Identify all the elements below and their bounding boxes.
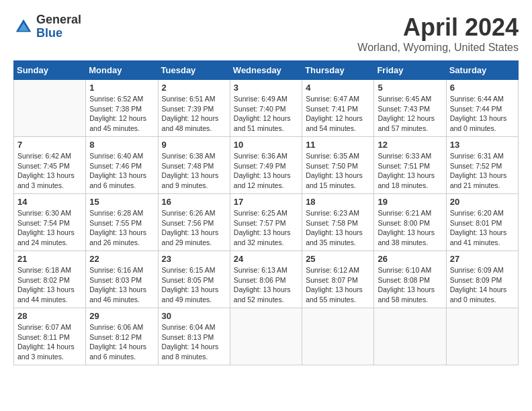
day-info: Sunrise: 6:13 AMSunset: 8:06 PMDaylight:…: [234, 265, 298, 305]
day-info: Sunrise: 6:06 AMSunset: 8:12 PMDaylight:…: [89, 322, 154, 362]
day-number: 23: [162, 254, 226, 264]
calendar-cell: 10Sunrise: 6:36 AMSunset: 7:49 PMDayligh…: [230, 137, 302, 194]
day-number: 5: [378, 83, 442, 93]
calendar-cell: 28Sunrise: 6:07 AMSunset: 8:11 PMDayligh…: [14, 308, 86, 365]
calendar-cell: 3Sunrise: 6:49 AMSunset: 7:40 PMDaylight…: [230, 80, 302, 137]
logo-general: General: [36, 13, 81, 27]
day-info: Sunrise: 6:42 AMSunset: 7:45 PMDaylight:…: [17, 151, 82, 191]
day-number: 7: [17, 140, 82, 150]
day-info: Sunrise: 6:47 AMSunset: 7:41 PMDaylight:…: [306, 94, 370, 134]
day-number: 10: [234, 140, 298, 150]
calendar-cell: 2Sunrise: 6:51 AMSunset: 7:39 PMDaylight…: [158, 80, 230, 137]
calendar-cell: [14, 80, 86, 137]
day-number: 17: [234, 197, 298, 207]
day-number: 21: [17, 254, 82, 264]
calendar-cell: 23Sunrise: 6:15 AMSunset: 8:05 PMDayligh…: [158, 251, 230, 308]
day-info: Sunrise: 6:18 AMSunset: 8:02 PMDaylight:…: [17, 265, 82, 305]
day-number: 9: [162, 140, 226, 150]
day-number: 18: [306, 197, 370, 207]
day-of-week-header: Wednesday: [230, 61, 302, 80]
calendar-cell: 20Sunrise: 6:20 AMSunset: 8:01 PMDayligh…: [446, 194, 518, 251]
logo-text: General Blue: [36, 13, 81, 40]
day-number: 1: [89, 83, 154, 93]
subtitle: Worland, Wyoming, United States: [357, 42, 519, 54]
day-number: 30: [162, 311, 226, 321]
day-info: Sunrise: 6:26 AMSunset: 7:56 PMDaylight:…: [162, 208, 226, 248]
calendar-cell: 15Sunrise: 6:28 AMSunset: 7:55 PMDayligh…: [86, 194, 158, 251]
day-info: Sunrise: 6:07 AMSunset: 8:11 PMDaylight:…: [17, 322, 82, 362]
day-number: 26: [378, 254, 442, 264]
calendar-cell: [302, 308, 374, 365]
day-info: Sunrise: 6:23 AMSunset: 7:58 PMDaylight:…: [306, 208, 370, 248]
title-block: April 2024 Worland, Wyoming, United Stat…: [357, 13, 519, 54]
day-number: 2: [162, 83, 226, 93]
day-number: 22: [89, 254, 154, 264]
calendar-cell: 16Sunrise: 6:26 AMSunset: 7:56 PMDayligh…: [158, 194, 230, 251]
day-of-week-header: Sunday: [14, 61, 86, 80]
calendar-week-row: 7Sunrise: 6:42 AMSunset: 7:45 PMDaylight…: [14, 137, 519, 194]
day-info: Sunrise: 6:25 AMSunset: 7:57 PMDaylight:…: [234, 208, 298, 248]
day-info: Sunrise: 6:38 AMSunset: 7:48 PMDaylight:…: [162, 151, 226, 191]
main-title: April 2024: [357, 13, 519, 42]
calendar-cell: 24Sunrise: 6:13 AMSunset: 8:06 PMDayligh…: [230, 251, 302, 308]
calendar-header-row: SundayMondayTuesdayWednesdayThursdayFrid…: [14, 61, 519, 80]
day-info: Sunrise: 6:12 AMSunset: 8:07 PMDaylight:…: [306, 265, 370, 305]
calendar-week-row: 28Sunrise: 6:07 AMSunset: 8:11 PMDayligh…: [14, 308, 519, 365]
day-number: 29: [89, 311, 154, 321]
day-number: 6: [450, 83, 515, 93]
day-number: 19: [378, 197, 442, 207]
day-info: Sunrise: 6:16 AMSunset: 8:03 PMDaylight:…: [89, 265, 154, 305]
day-info: Sunrise: 6:45 AMSunset: 7:43 PMDaylight:…: [378, 94, 442, 134]
day-number: 28: [17, 311, 82, 321]
day-info: Sunrise: 6:21 AMSunset: 8:00 PMDaylight:…: [378, 208, 442, 248]
day-number: 11: [306, 140, 370, 150]
logo-icon: [13, 17, 34, 37]
day-info: Sunrise: 6:30 AMSunset: 7:54 PMDaylight:…: [17, 208, 82, 248]
day-info: Sunrise: 6:20 AMSunset: 8:01 PMDaylight:…: [450, 208, 515, 248]
calendar-cell: 14Sunrise: 6:30 AMSunset: 7:54 PMDayligh…: [14, 194, 86, 251]
day-of-week-header: Tuesday: [158, 61, 230, 80]
calendar-cell: 26Sunrise: 6:10 AMSunset: 8:08 PMDayligh…: [374, 251, 446, 308]
day-number: 4: [306, 83, 370, 93]
day-number: 12: [378, 140, 442, 150]
calendar-cell: 21Sunrise: 6:18 AMSunset: 8:02 PMDayligh…: [14, 251, 86, 308]
calendar-cell: 8Sunrise: 6:40 AMSunset: 7:46 PMDaylight…: [86, 137, 158, 194]
day-info: Sunrise: 6:49 AMSunset: 7:40 PMDaylight:…: [234, 94, 298, 134]
calendar-cell: 30Sunrise: 6:04 AMSunset: 8:13 PMDayligh…: [158, 308, 230, 365]
day-number: 16: [162, 197, 226, 207]
calendar-cell: 12Sunrise: 6:33 AMSunset: 7:51 PMDayligh…: [374, 137, 446, 194]
day-info: Sunrise: 6:44 AMSunset: 7:44 PMDaylight:…: [450, 94, 515, 134]
page-header: General Blue April 2024 Worland, Wyoming…: [13, 13, 519, 54]
day-number: 25: [306, 254, 370, 264]
calendar-week-row: 14Sunrise: 6:30 AMSunset: 7:54 PMDayligh…: [14, 194, 519, 251]
day-number: 20: [450, 197, 515, 207]
day-info: Sunrise: 6:33 AMSunset: 7:51 PMDaylight:…: [378, 151, 442, 191]
calendar-cell: 5Sunrise: 6:45 AMSunset: 7:43 PMDaylight…: [374, 80, 446, 137]
day-info: Sunrise: 6:28 AMSunset: 7:55 PMDaylight:…: [89, 208, 154, 248]
day-number: 27: [450, 254, 515, 264]
day-info: Sunrise: 6:31 AMSunset: 7:52 PMDaylight:…: [450, 151, 515, 191]
day-info: Sunrise: 6:09 AMSunset: 8:09 PMDaylight:…: [450, 265, 515, 305]
calendar-body: 1Sunrise: 6:52 AMSunset: 7:38 PMDaylight…: [14, 80, 519, 365]
day-info: Sunrise: 6:35 AMSunset: 7:50 PMDaylight:…: [306, 151, 370, 191]
day-info: Sunrise: 6:52 AMSunset: 7:38 PMDaylight:…: [89, 94, 154, 134]
day-of-week-header: Friday: [374, 61, 446, 80]
calendar-cell: 25Sunrise: 6:12 AMSunset: 8:07 PMDayligh…: [302, 251, 374, 308]
day-info: Sunrise: 6:40 AMSunset: 7:46 PMDaylight:…: [89, 151, 154, 191]
day-of-week-header: Saturday: [446, 61, 518, 80]
calendar-cell: 22Sunrise: 6:16 AMSunset: 8:03 PMDayligh…: [86, 251, 158, 308]
calendar-cell: [374, 308, 446, 365]
day-of-week-header: Monday: [86, 61, 158, 80]
calendar-cell: 18Sunrise: 6:23 AMSunset: 7:58 PMDayligh…: [302, 194, 374, 251]
calendar-cell: 13Sunrise: 6:31 AMSunset: 7:52 PMDayligh…: [446, 137, 518, 194]
calendar-cell: 27Sunrise: 6:09 AMSunset: 8:09 PMDayligh…: [446, 251, 518, 308]
day-info: Sunrise: 6:10 AMSunset: 8:08 PMDaylight:…: [378, 265, 442, 305]
calendar-cell: 17Sunrise: 6:25 AMSunset: 7:57 PMDayligh…: [230, 194, 302, 251]
day-info: Sunrise: 6:36 AMSunset: 7:49 PMDaylight:…: [234, 151, 298, 191]
day-info: Sunrise: 6:15 AMSunset: 8:05 PMDaylight:…: [162, 265, 226, 305]
logo: General Blue: [13, 13, 81, 40]
calendar-cell: 1Sunrise: 6:52 AMSunset: 7:38 PMDaylight…: [86, 80, 158, 137]
day-number: 24: [234, 254, 298, 264]
calendar-cell: 11Sunrise: 6:35 AMSunset: 7:50 PMDayligh…: [302, 137, 374, 194]
calendar-week-row: 21Sunrise: 6:18 AMSunset: 8:02 PMDayligh…: [14, 251, 519, 308]
